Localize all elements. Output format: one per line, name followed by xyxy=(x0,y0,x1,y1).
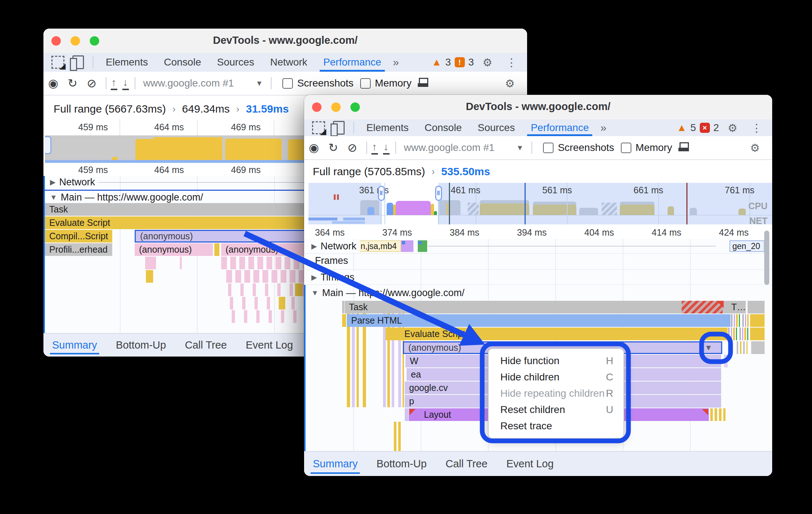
inspect-icon[interactable] xyxy=(51,56,64,69)
collapse-triangle-icon[interactable]: ▶ xyxy=(311,273,317,282)
gear-icon[interactable]: ⚙ xyxy=(728,122,737,134)
menu-item-hide-function[interactable]: Hide functionH xyxy=(489,353,623,369)
flame-bar[interactable] xyxy=(748,301,765,313)
collapse-triangle-icon[interactable]: ▶ xyxy=(50,178,55,186)
flame-bar[interactable] xyxy=(295,283,302,296)
upload-profile-icon[interactable]: ↑ xyxy=(371,141,378,155)
tab-sources[interactable]: Sources xyxy=(209,53,262,72)
more-tabs-icon[interactable]: » xyxy=(597,122,609,134)
range-handle[interactable] xyxy=(45,136,51,154)
network-request-chip[interactable] xyxy=(401,240,413,252)
breadcrumb-full-range[interactable]: Full range (5667.63ms) xyxy=(54,103,166,115)
track-network[interactable]: ▶ Network xyxy=(308,240,360,252)
expand-triangle-icon[interactable]: ▼ xyxy=(311,289,319,297)
menu-item-hide-children[interactable]: Hide childrenC xyxy=(489,369,623,386)
range-handle-right[interactable]: ‖ xyxy=(435,186,442,201)
breadcrumb-selected-range[interactable]: 535.50ms xyxy=(441,165,490,178)
reload-icon[interactable]: ↻ xyxy=(328,142,338,153)
clear-recordings-icon[interactable] xyxy=(678,142,689,153)
tab-network[interactable]: Network xyxy=(262,53,315,72)
breadcrumb-selected-range[interactable]: 31.59ms xyxy=(246,103,289,115)
kebab-menu-icon[interactable]: ⋮ xyxy=(506,56,517,69)
clear-icon[interactable]: ⊘ xyxy=(348,142,357,153)
clear-icon[interactable]: ⊘ xyxy=(87,77,97,89)
timeline-overview[interactable]: 361 ms 461 ms 561 ms 661 ms 761 ms ‖ ‖ C… xyxy=(308,183,772,225)
warning-icon[interactable]: ▲ xyxy=(677,122,687,134)
breadcrumb-mid-range[interactable]: 649.34ms xyxy=(182,103,230,115)
flame-bar[interactable] xyxy=(751,341,765,354)
range-handle-left[interactable]: ‖ xyxy=(378,186,385,201)
network-request-chip-gen[interactable]: gen_20 xyxy=(729,240,765,252)
track-network[interactable]: ▶ Network xyxy=(46,176,98,188)
screenshots-checkbox[interactable] xyxy=(282,78,293,89)
flame-bar-task-overflow[interactable]: T… xyxy=(727,301,746,313)
track-timings[interactable]: ▶ Timings xyxy=(308,271,358,283)
menu-item-reset-children[interactable]: Reset childrenU xyxy=(489,402,623,418)
flame-bar[interactable] xyxy=(145,257,156,269)
device-toolbar-icon[interactable] xyxy=(333,121,345,135)
kebab-menu-icon[interactable]: ⋮ xyxy=(751,122,762,134)
flame-bar-parse-html[interactable]: Parse HTML xyxy=(347,314,731,327)
titlebar[interactable]: DevTools - www.google.com/ xyxy=(43,29,527,54)
flame-bar[interactable] xyxy=(724,355,728,367)
record-icon[interactable]: ◉ xyxy=(309,142,319,153)
titlebar[interactable]: DevTools - www.google.com/ xyxy=(304,95,772,120)
memory-checkbox[interactable] xyxy=(621,143,631,153)
flame-bar[interactable] xyxy=(342,301,344,313)
drawer-tab-event-log[interactable]: Event Log xyxy=(246,334,293,357)
errors-icon[interactable]: × xyxy=(700,123,710,133)
menu-item-reset-trace[interactable]: Reset trace xyxy=(489,418,623,434)
chevron-down-icon[interactable]: ▼ xyxy=(700,343,712,353)
track-main[interactable]: ▼ Main — https://www.google.com/ xyxy=(46,191,207,203)
issues-icon[interactable]: ! xyxy=(455,57,465,67)
expand-triangle-icon[interactable]: ▼ xyxy=(50,193,57,202)
reload-icon[interactable]: ↻ xyxy=(68,77,77,89)
drawer-tab-summary[interactable]: Summary xyxy=(52,334,97,357)
drawer-tab-bottom-up[interactable]: Bottom-Up xyxy=(116,334,166,357)
tab-console[interactable]: Console xyxy=(417,119,470,136)
flame-bar-task[interactable]: Task xyxy=(345,301,740,313)
drawer-tab-call-tree[interactable]: Call Tree xyxy=(446,452,488,476)
flame-bar-compile-script[interactable]: Compil...Script xyxy=(45,230,112,243)
flame-bar[interactable] xyxy=(405,408,408,421)
vertical-scrollbar[interactable] xyxy=(764,231,769,285)
flame-bar[interactable] xyxy=(180,257,182,269)
track-main[interactable]: ▼ Main — https://www.google.com/ xyxy=(308,287,468,299)
drawer-tab-event-log[interactable]: Event Log xyxy=(506,452,554,476)
device-toolbar-icon[interactable] xyxy=(72,55,84,69)
flame-bar[interactable] xyxy=(342,314,346,327)
tab-console[interactable]: Console xyxy=(156,53,209,72)
memory-checkbox[interactable] xyxy=(360,78,371,89)
profile-select[interactable]: www.google.com #1▼ xyxy=(143,77,263,89)
breadcrumb-full-range[interactable]: Full range (5705.85ms) xyxy=(313,165,425,178)
flame-bar[interactable] xyxy=(146,270,153,283)
clear-recordings-icon[interactable] xyxy=(417,78,428,89)
tab-sources[interactable]: Sources xyxy=(470,119,523,136)
capture-settings-gear-icon[interactable]: ⚙ xyxy=(505,77,522,90)
more-tabs-icon[interactable]: » xyxy=(389,56,401,68)
drawer-tab-summary[interactable]: Summary xyxy=(313,452,358,476)
flame-bar-anonymous[interactable]: (anonymous) xyxy=(135,243,213,256)
tab-elements[interactable]: Elements xyxy=(98,53,156,72)
drawer-tab-call-tree[interactable]: Call Tree xyxy=(185,334,227,357)
network-request-bar[interactable]: n,jsa,mb4 xyxy=(358,240,401,252)
flame-bar[interactable] xyxy=(750,314,765,327)
flame-bar-profiling-overhead[interactable]: Profili...erhead xyxy=(45,243,112,256)
flame-bar[interactable] xyxy=(214,243,219,256)
screenshots-checkbox[interactable] xyxy=(543,143,554,153)
tab-performance[interactable]: Performance xyxy=(523,119,597,136)
warning-icon[interactable]: ▲ xyxy=(432,56,442,68)
gear-icon[interactable]: ⚙ xyxy=(483,56,492,69)
download-profile-icon[interactable]: ↓ xyxy=(122,77,129,90)
flame-bar[interactable] xyxy=(279,297,285,309)
drawer-tab-bottom-up[interactable]: Bottom-Up xyxy=(376,452,427,476)
tab-elements[interactable]: Elements xyxy=(358,119,417,136)
flame-bar[interactable] xyxy=(750,328,765,340)
profile-select[interactable]: www.google.com #1▼ xyxy=(404,142,523,153)
tab-performance[interactable]: Performance xyxy=(315,53,389,72)
inspect-icon[interactable] xyxy=(312,121,325,134)
collapse-triangle-icon[interactable]: ▶ xyxy=(311,242,317,250)
upload-profile-icon[interactable]: ↑ xyxy=(111,77,117,90)
download-profile-icon[interactable]: ↓ xyxy=(383,141,390,155)
flame-bar-evaluate-script[interactable]: Evaluate Script xyxy=(386,328,728,340)
